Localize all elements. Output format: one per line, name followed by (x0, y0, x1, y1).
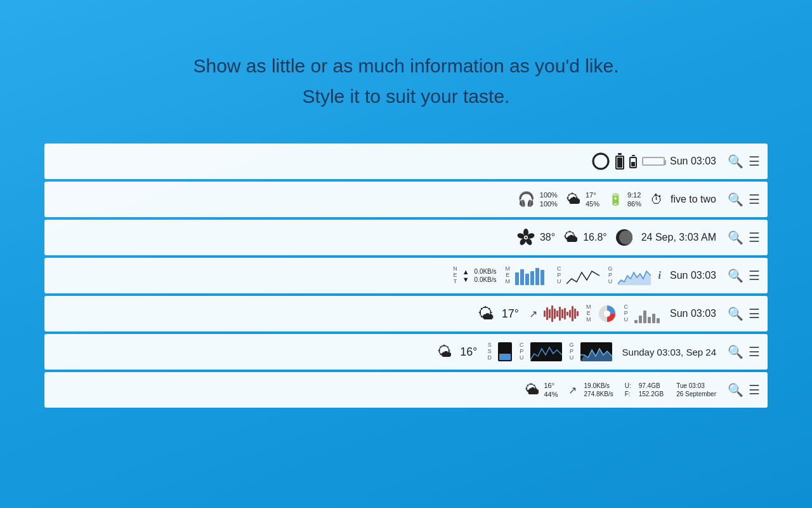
search-icon-bar1[interactable]: 🔍 (728, 154, 743, 169)
bar4-content: NET ▲▼ 0.0KB/s 0.0KB/s MEM CP (453, 266, 716, 285)
net-label: NET (453, 266, 457, 285)
menu-icon-bar3[interactable]: ☰ (749, 230, 760, 245)
bar2-content: 🎧 100% 100% 🌥 17° 45% 🔋 9:12 86% ⏱ five … (518, 190, 716, 209)
bar1-actions: 🔍 ☰ (728, 154, 760, 169)
weather-cloud-icon: 🌥 (564, 229, 578, 246)
svg-rect-22 (559, 307, 561, 321)
ssd-label-bar6: SSD (488, 342, 492, 361)
menu-icon-bar7[interactable]: ☰ (749, 382, 760, 398)
arrows-icon-bar7: ↗ (568, 384, 577, 396)
battery-icon-bar2: 🔋 (608, 192, 622, 206)
bars-container: Sun 03:03 🔍 ☰ 🎧 100% 100% 🌥 17° 45% 🔋 9:… (44, 144, 768, 410)
cpu-chart (566, 266, 599, 285)
gpu-label: GPU (608, 266, 613, 285)
svg-rect-10 (520, 269, 524, 285)
mem-chart (515, 266, 548, 285)
bar5-content: 🌤 17° ↗ MEM (478, 304, 716, 324)
ssd-chart-bar6 (498, 342, 512, 361)
gpu-chart-bar6 (580, 342, 612, 361)
bar-3: 38° 🌥 16.8° 24 Sep, 3:03 AM 🔍 ☰ (44, 220, 768, 255)
tagline-line1: Show as little or as much information as… (193, 51, 619, 81)
bar-7: 🌥 16° 44% ↗ 19.0KB/s 274.8KB/s U: F: 97.… (44, 372, 768, 408)
svg-rect-9 (515, 272, 519, 285)
battery-pct-bar2: 9:12 86% (627, 190, 641, 209)
weather-temp-bar3: 16.8° (583, 232, 607, 243)
net-arrows: ▲▼ (462, 268, 469, 283)
search-icon-bar5[interactable]: 🔍 (728, 306, 743, 321)
temp-humidity-bar7: 16° 44% (544, 381, 558, 399)
search-icon-bar2[interactable]: 🔍 (728, 192, 743, 207)
cpu-label-bar5: CPU (624, 304, 629, 323)
svg-rect-25 (566, 312, 568, 316)
bar3-content: 38° 🌥 16.8° 24 Sep, 3:03 AM (517, 229, 716, 246)
bar5-actions: 🔍 ☰ (728, 306, 760, 321)
menu-icon-bar2[interactable]: ☰ (749, 192, 760, 207)
bar7-actions: 🔍 ☰ (728, 382, 760, 398)
bar7-content: 🌥 16° 44% ↗ 19.0KB/s 274.8KB/s U: F: 97.… (525, 381, 717, 399)
fan-icon (517, 229, 535, 246)
search-icon-bar4[interactable]: 🔍 (728, 268, 743, 283)
expand-icon-bar5: ↗ (529, 308, 537, 320)
battery-vertical-small (629, 155, 637, 168)
svg-rect-23 (561, 309, 563, 318)
menu-icon-bar1[interactable]: ☰ (749, 154, 760, 169)
bar3-actions: 🔍 ☰ (728, 230, 760, 245)
bar-1: Sun 03:03 🔍 ☰ (44, 144, 768, 179)
svg-rect-28 (574, 309, 576, 319)
gpu-label-bar6: GPU (570, 342, 574, 361)
headphone-icon: 🎧 (518, 191, 535, 208)
battery-horizontal-outline (642, 157, 665, 166)
svg-rect-33 (639, 316, 642, 323)
svg-rect-29 (577, 311, 579, 316)
weather-icon-bar5: 🌤 (478, 304, 494, 324)
svg-rect-17 (546, 307, 548, 320)
fan-temp: 38° (540, 232, 555, 243)
cpu-label: CPU (557, 266, 561, 285)
svg-rect-36 (652, 314, 655, 323)
svg-rect-12 (530, 271, 534, 285)
weather-icon-bar6: 🌤 (437, 343, 452, 361)
svg-point-31 (604, 311, 610, 317)
info-icon-bar4: i (658, 270, 661, 281)
battery-vertical-full (615, 153, 624, 170)
bar5-time: Sun 03:03 (670, 308, 716, 319)
svg-rect-21 (556, 311, 558, 317)
svg-rect-11 (525, 274, 529, 285)
menu-icon-bar6[interactable]: ☰ (749, 344, 760, 359)
weather-icon-bar2: 🌥 (566, 191, 580, 208)
cpu-chart-bar6 (530, 342, 562, 361)
tagline-line2: Style it to suit your taste. (193, 81, 619, 112)
disk-values-bar7: 97.4GB 152.2GB (639, 382, 664, 398)
svg-rect-35 (648, 317, 651, 323)
svg-rect-19 (551, 305, 553, 322)
bar3-datetime: 24 Sep, 3:03 AM (641, 232, 716, 243)
svg-rect-26 (569, 310, 571, 318)
mem-label-bar5: MEM (586, 304, 591, 323)
svg-rect-32 (634, 320, 638, 323)
cpu-label-bar6: CPU (520, 342, 524, 361)
moon-icon (616, 229, 632, 246)
disk-labels-bar7: U: F: (625, 382, 631, 398)
search-icon-bar6[interactable]: 🔍 (728, 344, 743, 359)
cpu-chart-bar5 (634, 304, 661, 323)
bar-4: NET ▲▼ 0.0KB/s 0.0KB/s MEM CP (44, 258, 768, 293)
clock-icon-bar2: ⏱ (650, 192, 663, 207)
bar4-time: Sun 03:03 (670, 270, 716, 281)
bar1-content: Sun 03:03 (591, 152, 716, 171)
five-to-two-text: five to two (671, 194, 716, 205)
gpu-chart (618, 266, 651, 285)
net-values: 0.0KB/s 0.0KB/s (475, 267, 497, 284)
mem-label: MEM (506, 266, 511, 285)
bar-2: 🎧 100% 100% 🌥 17° 45% 🔋 9:12 86% ⏱ five … (44, 182, 768, 217)
search-icon-bar7[interactable]: 🔍 (728, 382, 743, 398)
search-icon-bar3[interactable]: 🔍 (728, 230, 743, 245)
net-values-bar7: 19.0KB/s 274.8KB/s (584, 382, 613, 398)
bar-5: 🌤 17° ↗ MEM (44, 296, 768, 331)
bar6-content: 🌤 16° SSD CPU GPU (437, 342, 716, 361)
menu-icon-bar4[interactable]: ☰ (749, 268, 760, 283)
weather-pct-bar2: 17° 45% (586, 190, 599, 209)
waveform-chart (544, 304, 579, 323)
bar4-actions: 🔍 ☰ (728, 268, 760, 283)
menu-icon-bar5[interactable]: ☰ (749, 306, 760, 321)
bar2-actions: 🔍 ☰ (728, 192, 760, 207)
